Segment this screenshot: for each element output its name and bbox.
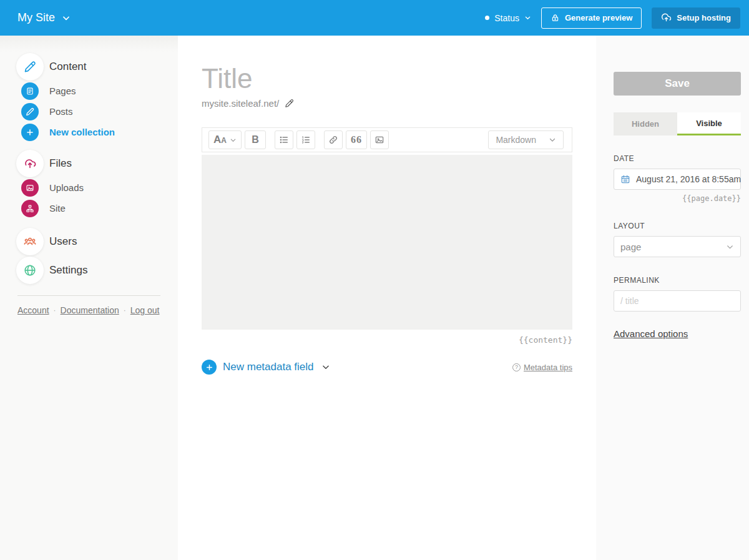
new-metadata-label: New metadata field bbox=[223, 361, 314, 373]
link-separator: · bbox=[124, 306, 126, 315]
tab-visible[interactable]: Visible bbox=[677, 112, 741, 135]
save-button[interactable]: Save bbox=[614, 72, 741, 96]
bold-button[interactable]: B bbox=[245, 130, 266, 149]
sitemap-icon bbox=[21, 200, 39, 217]
site-name: My Site bbox=[17, 11, 55, 24]
numbered-list-icon bbox=[301, 135, 311, 145]
sidebar-item-posts[interactable]: Posts bbox=[21, 101, 178, 122]
cloud-upload-icon bbox=[661, 12, 672, 23]
sidebar-section-settings[interactable]: Settings bbox=[16, 257, 178, 284]
users-icon bbox=[16, 228, 44, 255]
advanced-options-link[interactable]: Advanced options bbox=[614, 328, 688, 339]
cloud-upload-icon bbox=[16, 150, 44, 177]
sidebar-item-label: Uploads bbox=[49, 182, 84, 193]
logout-link[interactable]: Log out bbox=[130, 305, 160, 315]
content-token: {{content}} bbox=[202, 335, 572, 345]
chevron-down-icon bbox=[726, 243, 734, 251]
bold-label: B bbox=[252, 134, 259, 145]
sidebar-item-label: Site bbox=[49, 203, 66, 214]
account-link[interactable]: Account bbox=[17, 305, 49, 315]
plus-icon bbox=[21, 124, 39, 141]
site-url-prefix: mysite.siteleaf.net/ bbox=[202, 98, 279, 109]
sidebar-section-label: Settings bbox=[49, 264, 87, 277]
quote-icon: 66 bbox=[351, 134, 362, 145]
chevron-down-icon bbox=[321, 363, 330, 371]
pencil-icon bbox=[21, 103, 39, 120]
title-input[interactable] bbox=[202, 62, 572, 96]
link-button[interactable] bbox=[324, 130, 343, 149]
text-format-button[interactable]: Aa bbox=[208, 130, 242, 149]
sidebar-item-label: Posts bbox=[49, 106, 73, 117]
status-dropdown[interactable]: Status bbox=[485, 13, 531, 23]
siteleaf-app: My Site Status Generate preview bbox=[0, 0, 749, 560]
chevron-down-icon bbox=[62, 14, 71, 22]
edit-url-icon[interactable] bbox=[285, 99, 294, 108]
insert-image-button[interactable] bbox=[370, 130, 389, 149]
blockquote-button[interactable]: 66 bbox=[346, 130, 367, 149]
metadata-row: New metadata field ? Metadata tips bbox=[202, 360, 572, 375]
date-input[interactable]: August 21, 2016 at 8:55am bbox=[614, 169, 741, 190]
layout-label: LAYOUT bbox=[614, 222, 741, 230]
setup-hosting-button[interactable]: Setup hosting bbox=[652, 7, 740, 29]
image-icon bbox=[21, 179, 39, 197]
page-icon bbox=[21, 82, 39, 100]
sidebar-section-label: Users bbox=[49, 235, 77, 248]
generate-preview-button[interactable]: Generate preview bbox=[541, 7, 642, 29]
numbered-list-button[interactable] bbox=[296, 130, 315, 149]
sidebar-section-label: Files bbox=[49, 157, 72, 170]
documentation-link[interactable]: Documentation bbox=[61, 305, 119, 315]
sidebar-item-uploads[interactable]: Uploads bbox=[21, 177, 178, 198]
format-label: Aa bbox=[213, 134, 227, 146]
sidebar-item-label: New collection bbox=[49, 127, 115, 137]
sidebar-item-pages[interactable]: Pages bbox=[21, 81, 178, 101]
sidebar-divider bbox=[17, 295, 160, 296]
sidebar: Content Pages Posts New collection bbox=[0, 36, 178, 560]
sidebar-item-label: Pages bbox=[49, 86, 76, 96]
question-icon: ? bbox=[512, 363, 521, 371]
plus-icon bbox=[202, 360, 217, 375]
editor-toolbar: Aa B 66 bbox=[202, 127, 572, 152]
new-metadata-field-button[interactable]: New metadata field bbox=[202, 360, 330, 375]
calendar-icon bbox=[620, 174, 630, 184]
editor-mode-value: Markdown bbox=[496, 135, 536, 145]
generate-preview-label: Generate preview bbox=[565, 13, 632, 22]
topbar: My Site Status Generate preview bbox=[0, 0, 749, 36]
tab-hidden[interactable]: Hidden bbox=[614, 112, 677, 135]
topbar-actions: Status Generate preview Setup hosting bbox=[485, 7, 740, 29]
metadata-tips-label: Metadata tips bbox=[524, 363, 572, 372]
status-dot-icon bbox=[485, 16, 489, 20]
permalink-input[interactable] bbox=[614, 290, 741, 312]
editor-content-area[interactable] bbox=[202, 155, 572, 330]
sidebar-section-label: Content bbox=[49, 61, 87, 73]
sidebar-footer-links: Account · Documentation · Log out bbox=[17, 305, 178, 315]
settings-panel: Save Hidden Visible DATE August 21, 2016… bbox=[596, 36, 749, 560]
chevron-down-icon bbox=[524, 14, 531, 21]
sidebar-section-files[interactable]: Files bbox=[16, 150, 178, 177]
link-icon bbox=[328, 135, 338, 145]
status-label: Status bbox=[494, 13, 519, 23]
layout-value: page bbox=[620, 242, 641, 252]
sidebar-item-new-collection[interactable]: New collection bbox=[21, 122, 178, 142]
sidebar-section-users[interactable]: Users bbox=[16, 228, 178, 255]
site-switcher[interactable]: My Site bbox=[17, 11, 71, 24]
pencil-icon bbox=[16, 53, 44, 81]
lock-icon bbox=[551, 13, 560, 22]
layout-select[interactable]: page bbox=[614, 236, 741, 257]
page-date-token: {{page.date}} bbox=[614, 194, 741, 203]
visibility-tabs: Hidden Visible bbox=[614, 112, 741, 135]
editor-column: mysite.siteleaf.net/ Aa B bbox=[178, 36, 596, 560]
bullet-list-icon bbox=[279, 135, 289, 145]
bullet-list-button[interactable] bbox=[275, 130, 293, 149]
globe-icon bbox=[16, 257, 44, 284]
setup-hosting-label: Setup hosting bbox=[677, 13, 731, 22]
date-label: DATE bbox=[614, 154, 741, 163]
date-value: August 21, 2016 at 8:55am bbox=[636, 174, 741, 184]
editor-mode-select[interactable]: Markdown bbox=[488, 130, 564, 149]
image-icon bbox=[374, 135, 384, 145]
permalink-preview-row: mysite.siteleaf.net/ bbox=[202, 98, 572, 109]
permalink-label: PERMALINK bbox=[614, 276, 741, 285]
sidebar-item-site[interactable]: Site bbox=[21, 198, 178, 219]
link-separator: · bbox=[54, 306, 56, 315]
sidebar-section-content[interactable]: Content bbox=[16, 53, 178, 81]
metadata-tips-link[interactable]: ? Metadata tips bbox=[512, 363, 572, 372]
